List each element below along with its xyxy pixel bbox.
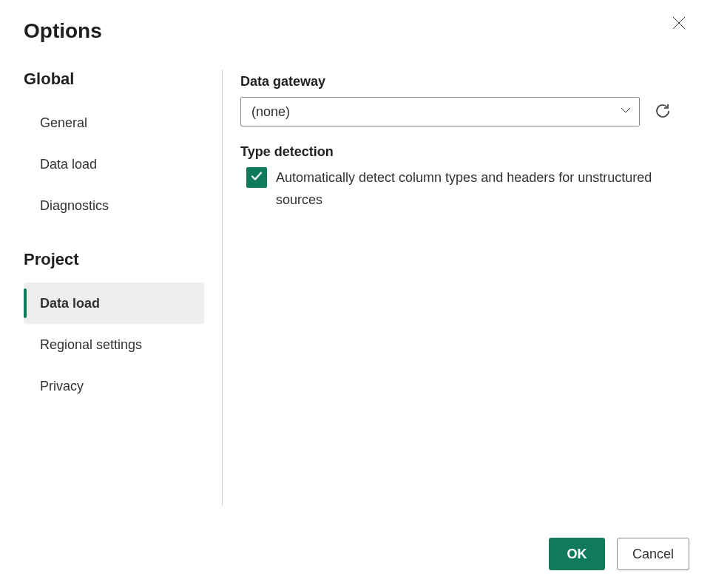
- sidebar-item-label: Data load: [40, 157, 97, 172]
- refresh-icon: [654, 102, 672, 122]
- refresh-gateway-button[interactable]: [650, 99, 675, 124]
- sidebar-item-project-data-load[interactable]: Data load: [24, 283, 204, 324]
- dropdown-selected-text: (none): [251, 104, 290, 120]
- type-detection-row: Automatically detect column types and he…: [240, 167, 689, 211]
- chevron-down-icon: [620, 104, 632, 120]
- dialog-title: Options: [24, 19, 689, 43]
- type-detection-checkbox[interactable]: [246, 167, 267, 188]
- type-detection-label: Type detection: [240, 144, 689, 160]
- sidebar-group-heading-project: Project: [24, 250, 204, 269]
- sidebar-item-global-data-load[interactable]: Data load: [24, 143, 204, 185]
- sidebar-item-privacy[interactable]: Privacy: [24, 365, 204, 407]
- sidebar-item-label: General: [40, 115, 87, 131]
- sidebar-item-label: Regional settings: [40, 337, 142, 353]
- content-pane: Data gateway (none): [223, 70, 689, 506]
- sidebar-item-label: Data load: [40, 296, 100, 311]
- options-dialog: Options Global General Data load Diagnos…: [0, 0, 713, 588]
- sidebar-group-heading-global: Global: [24, 70, 204, 89]
- sidebar-item-label: Diagnostics: [40, 198, 109, 214]
- sidebar-item-diagnostics[interactable]: Diagnostics: [24, 185, 204, 226]
- data-gateway-row: (none): [240, 97, 689, 126]
- dialog-footer: OK Cancel: [549, 538, 689, 570]
- sidebar-item-regional-settings[interactable]: Regional settings: [24, 324, 204, 365]
- sidebar-item-general[interactable]: General: [24, 102, 204, 143]
- cancel-button[interactable]: Cancel: [617, 538, 689, 570]
- close-button[interactable]: [669, 13, 689, 34]
- ok-button[interactable]: OK: [549, 538, 605, 570]
- dialog-body: Global General Data load Diagnostics Pro…: [24, 70, 689, 506]
- type-detection-checkbox-label[interactable]: Automatically detect column types and he…: [276, 167, 689, 211]
- sidebar-item-label: Privacy: [40, 379, 84, 394]
- checkmark-icon: [250, 169, 263, 186]
- data-gateway-label: Data gateway: [240, 74, 689, 89]
- close-icon: [672, 16, 686, 32]
- data-gateway-dropdown[interactable]: (none): [240, 97, 640, 126]
- sidebar: Global General Data load Diagnostics Pro…: [24, 70, 222, 506]
